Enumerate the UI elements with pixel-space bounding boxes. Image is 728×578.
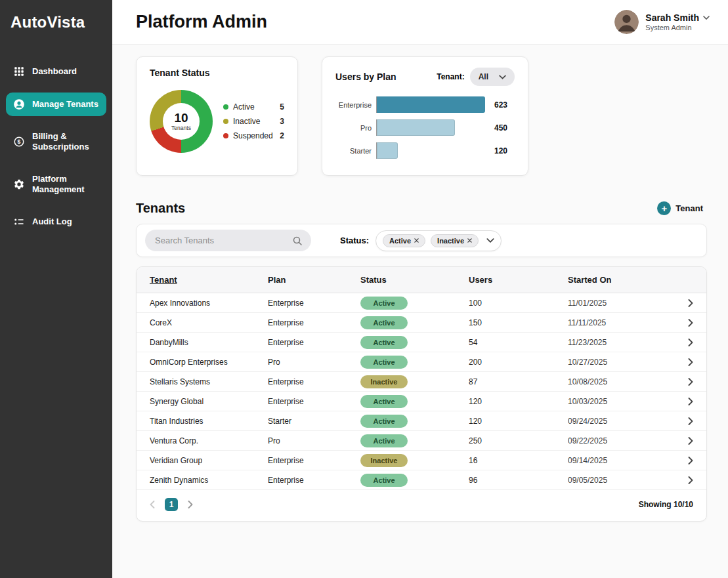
- bar-row-enterprise: Enterprise 623: [335, 96, 515, 113]
- tenants-heading: Tenants: [136, 201, 185, 216]
- cards-row: Tenant Status 10 Tenants Active: [136, 56, 707, 176]
- status-filter-select[interactable]: Active Inactive: [375, 230, 502, 251]
- table-row[interactable]: Apex Innovations Enterprise Active 100 1…: [137, 293, 706, 313]
- bar-row-starter: Starter 120: [335, 142, 515, 159]
- row-chevron-icon[interactable]: [688, 398, 693, 405]
- table-row[interactable]: Veridian Group Enterprise Inactive 16 09…: [137, 451, 706, 470]
- status-badge: Inactive: [360, 375, 408, 388]
- donut-center: 10 Tenants: [163, 103, 200, 140]
- user-menu-chevron-icon: [703, 16, 710, 20]
- legend-item-suspended: Suspended 2: [223, 131, 284, 140]
- chevron-down-icon: [486, 238, 494, 243]
- sidebar-item-audit-log[interactable]: Audit Log: [6, 210, 106, 234]
- cell-users: 54: [469, 338, 568, 347]
- search-box[interactable]: [145, 230, 311, 251]
- status-badge: Active: [360, 434, 408, 447]
- table-row[interactable]: OmniCorp Enterprises Pro Active 200 10/2…: [137, 352, 706, 372]
- tenant-filter-select[interactable]: All: [470, 68, 515, 86]
- page-number[interactable]: 1: [165, 498, 178, 511]
- bar-fill: [377, 142, 398, 159]
- dollar-circle-icon: $: [13, 136, 25, 148]
- cell-users: 16: [469, 456, 568, 465]
- user-menu[interactable]: Sarah Smith System Admin: [614, 10, 710, 34]
- prev-page-icon[interactable]: [150, 501, 155, 508]
- sidebar-item-label: Platform Management: [32, 174, 99, 196]
- bottom-spacer: [136, 522, 707, 574]
- sidebar-item-manage-tenants[interactable]: Manage Tenants: [6, 93, 106, 116]
- row-chevron-icon[interactable]: [688, 476, 693, 484]
- cell-users: 250: [469, 436, 568, 445]
- cell-plan: Enterprise: [268, 397, 360, 406]
- cell-tenant: Synergy Global: [150, 397, 268, 406]
- sidebar-item-billing[interactable]: $ Billing & Subscriptions: [6, 125, 106, 159]
- row-chevron-icon[interactable]: [688, 319, 693, 327]
- table-row[interactable]: Synergy Global Enterprise Active 120 10/…: [137, 392, 706, 411]
- legend-dot: [223, 104, 228, 110]
- search-input[interactable]: [154, 235, 292, 246]
- chip-label: Active: [389, 237, 411, 245]
- table-row[interactable]: Ventura Corp. Pro Active 250 09/22/2025: [137, 431, 706, 451]
- status-badge: Active: [360, 415, 408, 428]
- sidebar-item-dashboard[interactable]: Dashboard: [6, 60, 106, 83]
- showing-count: Showing 10/10: [639, 500, 693, 509]
- dashboard-grid-icon: [13, 66, 25, 77]
- row-chevron-icon[interactable]: [688, 437, 693, 445]
- cell-started: 10/27/2025: [568, 358, 681, 367]
- cell-users: 87: [469, 377, 568, 386]
- table-row[interactable]: Zenith Dynamics Enterprise Active 96 09/…: [137, 470, 706, 490]
- table-header-row: Tenant Plan Status Users Started On: [137, 267, 706, 293]
- chip-remove-icon[interactable]: [414, 238, 419, 243]
- column-header-status: Status: [360, 275, 469, 285]
- add-tenant-button[interactable]: + Tenant: [653, 201, 707, 216]
- row-chevron-icon[interactable]: [688, 417, 693, 425]
- status-badge: Active: [360, 395, 408, 408]
- column-header-tenant[interactable]: Tenant: [150, 275, 268, 285]
- status-badge: Active: [360, 316, 408, 329]
- user-role: System Admin: [645, 24, 710, 31]
- plus-icon: +: [657, 201, 671, 215]
- cell-started: 11/01/2025: [568, 299, 681, 308]
- table-row[interactable]: Stellaris Systems Enterprise Inactive 87…: [137, 372, 706, 392]
- header: Platform Admin Sarah Smith System Admin: [112, 0, 728, 45]
- row-chevron-icon[interactable]: [688, 358, 693, 366]
- legend-dot: [223, 133, 228, 138]
- app-root: AutoVista Dashboard Manage Tenants $ Bil…: [0, 0, 728, 578]
- legend-count: 2: [280, 131, 284, 140]
- cell-plan: Enterprise: [268, 377, 360, 386]
- table-row[interactable]: CoreX Enterprise Active 150 11/11/2025: [137, 313, 706, 333]
- cell-tenant: Apex Innovations: [150, 299, 268, 308]
- row-chevron-icon[interactable]: [688, 299, 693, 307]
- status-chip-inactive[interactable]: Inactive: [431, 234, 479, 247]
- legend-item-active: Active 5: [223, 102, 284, 112]
- table-row[interactable]: DanbyMills Enterprise Active 54 11/23/20…: [137, 333, 706, 352]
- cell-users: 96: [469, 476, 568, 485]
- bar-value: 623: [494, 100, 507, 110]
- pagination: 1: [150, 498, 193, 511]
- column-header-users: Users: [469, 275, 568, 285]
- sidebar: AutoVista Dashboard Manage Tenants $ Bil…: [0, 0, 112, 578]
- users-by-plan-bars: Enterprise 623 Pro 450 Starter 12: [335, 96, 515, 159]
- cell-tenant: CoreX: [150, 318, 268, 327]
- sidebar-item-platform-management[interactable]: Platform Management: [6, 168, 106, 201]
- chip-remove-icon[interactable]: [467, 238, 472, 243]
- cell-plan: Pro: [268, 436, 360, 445]
- row-chevron-icon[interactable]: [688, 378, 693, 386]
- cell-status: Active: [360, 336, 469, 349]
- cell-users: 120: [469, 417, 568, 426]
- status-chip-active[interactable]: Active: [383, 234, 425, 247]
- cell-users: 100: [469, 299, 568, 308]
- users-by-plan-card: Users by Plan Tenant: All: [322, 56, 528, 176]
- legend-label: Suspended: [233, 131, 273, 140]
- user-name: Sarah Smith: [645, 12, 699, 23]
- row-chevron-icon[interactable]: [688, 339, 693, 346]
- table-row[interactable]: Titan Industries Starter Active 120 09/2…: [137, 411, 706, 431]
- row-chevron-icon[interactable]: [688, 457, 693, 464]
- chip-label: Inactive: [437, 237, 464, 245]
- cell-status: Active: [360, 434, 469, 447]
- column-header-started: Started On: [568, 275, 681, 285]
- cell-started: 11/11/2025: [568, 318, 681, 327]
- next-page-icon[interactable]: [188, 501, 193, 508]
- sidebar-nav: Dashboard Manage Tenants $ Billing & Sub…: [0, 55, 112, 238]
- page-title: Platform Admin: [136, 12, 267, 32]
- cell-status: Active: [360, 356, 469, 369]
